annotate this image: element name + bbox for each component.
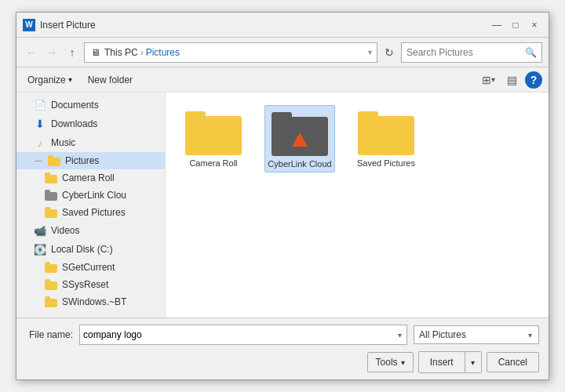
sidebar-item-documents[interactable]: 📄 Documents xyxy=(16,96,165,114)
sidebar-item-label-sgetcurrent: SGetCurrent xyxy=(62,262,115,273)
insert-dropdown-button[interactable]: ▾ xyxy=(465,352,481,372)
saved-pictures-sub-icon xyxy=(45,207,57,218)
sidebar-item-label-local-disk: Local Disk (C:) xyxy=(51,244,113,255)
sidebar-item-swindows-bt[interactable]: SWindows.~BT xyxy=(16,293,165,310)
organize-button[interactable]: Organize ▾ xyxy=(23,72,77,88)
new-folder-button[interactable]: New folder xyxy=(83,72,137,88)
file-name-label: File name: xyxy=(26,329,73,340)
sidebar-item-sgetcurrent[interactable]: SGetCurrent xyxy=(16,259,165,276)
view-options-button[interactable]: ⊞ ▾ xyxy=(478,71,498,89)
insert-arrow-icon: ▾ xyxy=(471,358,475,367)
sidebar-item-saved-pictures[interactable]: Saved Pictures xyxy=(16,204,165,221)
back-button[interactable]: ← xyxy=(23,44,40,61)
folder-label-camera-roll: Camera Roll xyxy=(189,158,237,168)
camera-roll-icon xyxy=(45,172,57,183)
forward-button[interactable]: → xyxy=(43,44,60,61)
tools-label: Tools xyxy=(376,357,398,368)
toolbar: Organize ▾ New folder ⊞ ▾ ▤ ? xyxy=(16,67,549,93)
videos-icon: 📹 xyxy=(34,224,46,237)
expand-icon-pictures: — xyxy=(34,156,43,165)
camera-roll-folder-icon xyxy=(185,108,242,155)
local-disk-icon: 💽 xyxy=(34,243,46,256)
filetype-dropdown-icon: ▾ xyxy=(527,331,534,339)
sidebar-item-downloads[interactable]: ⬇ Downloads xyxy=(16,114,165,133)
path-this-pc: This PC xyxy=(104,47,138,58)
file-name-input-wrapper[interactable]: ▾ xyxy=(79,325,407,345)
sidebar-item-label-cyberlink: CyberLink Clou xyxy=(62,190,126,201)
sidebar-item-pictures[interactable]: — Pictures xyxy=(16,152,165,169)
cyberlink-folder-icon xyxy=(272,109,328,156)
sidebar-item-label-ssysreset: SSysReset xyxy=(62,279,108,290)
sidebar-item-ssysreset[interactable]: SSysReset xyxy=(16,276,165,293)
organize-dropdown-icon: ▾ xyxy=(68,75,72,84)
folder-item-cyberlink-cloud[interactable]: CyberLink Cloud xyxy=(264,105,335,172)
file-type-select[interactable]: All Pictures ▾ xyxy=(414,325,539,344)
cancel-button[interactable]: Cancel xyxy=(487,352,539,372)
pane-icon: ▤ xyxy=(507,74,517,86)
insert-picture-dialog: W Insert Picture — □ × ← → ↑ 🖥 This PC ›… xyxy=(16,12,549,380)
folder-label-cyberlink-cloud: CyberLink Cloud xyxy=(268,159,331,169)
sidebar-item-local-disk[interactable]: 💽 Local Disk (C:) xyxy=(16,240,165,259)
address-box[interactable]: 🖥 This PC › Pictures ▾ xyxy=(84,42,377,63)
search-box[interactable]: 🔍 xyxy=(401,42,542,63)
search-icon: 🔍 xyxy=(525,47,537,58)
filename-dropdown-icon: ▾ xyxy=(396,331,403,339)
view-dropdown-icon: ▾ xyxy=(491,75,495,84)
tools-button[interactable]: Tools ▾ xyxy=(367,352,414,372)
folder-body xyxy=(185,116,242,155)
folder-item-saved-pictures[interactable]: Saved Pictures xyxy=(351,105,421,172)
toolbar-right: ⊞ ▾ ▤ ? xyxy=(478,71,542,89)
organize-label: Organize xyxy=(27,74,66,85)
sidebar-item-camera-roll[interactable]: Camera Roll xyxy=(16,169,165,187)
sidebar-item-cyberlink-cloud[interactable]: CyberLink Clou xyxy=(16,187,165,204)
content-area: 📄 Documents ⬇ Downloads ♪ Music — Pic xyxy=(16,93,549,318)
file-name-field[interactable] xyxy=(83,329,396,340)
bottom-bar: File name: ▾ All Pictures ▾ Tools ▾ Inse… xyxy=(16,318,549,379)
pictures-folder-icon xyxy=(48,155,60,166)
cyberlink-sub-icon xyxy=(45,190,57,201)
path-pictures: Pictures xyxy=(146,47,180,58)
pane-toggle-button[interactable]: ▤ xyxy=(501,71,522,89)
view-icon: ⊞ xyxy=(482,74,491,86)
file-name-row: File name: ▾ All Pictures ▾ xyxy=(26,325,539,345)
address-dropdown-icon: ▾ xyxy=(368,48,372,56)
close-button[interactable]: × xyxy=(527,17,542,33)
sidebar-item-music[interactable]: ♪ Music xyxy=(16,133,165,152)
sidebar-item-label-music: Music xyxy=(51,137,75,148)
maximize-button[interactable]: □ xyxy=(508,17,523,33)
music-icon: ♪ xyxy=(34,136,46,149)
sidebar-item-label-saved-pictures: Saved Pictures xyxy=(62,207,126,218)
window-controls: — □ × xyxy=(489,17,542,33)
sidebar-item-videos[interactable]: 📹 Videos xyxy=(16,221,165,240)
sidebar-item-label-swindows-bt: SWindows.~BT xyxy=(62,296,126,307)
downloads-icon: ⬇ xyxy=(34,118,46,130)
address-bar: ← → ↑ 🖥 This PC › Pictures ▾ ↻ 🔍 xyxy=(16,38,549,67)
insert-button[interactable]: Insert xyxy=(419,352,465,372)
app-icon: W xyxy=(23,19,35,31)
sidebar: 📄 Documents ⬇ Downloads ♪ Music — Pic xyxy=(16,93,166,318)
new-folder-label: New folder xyxy=(88,74,133,85)
file-type-label: All Pictures xyxy=(419,329,466,340)
search-input[interactable] xyxy=(406,47,525,58)
sidebar-item-label-pictures: Pictures xyxy=(65,155,99,166)
minimize-button[interactable]: — xyxy=(489,17,505,33)
main-content: Camera Roll CyberLink Cloud xyxy=(166,93,549,318)
refresh-button[interactable]: ↻ xyxy=(381,44,398,61)
sgetcurrent-icon xyxy=(45,262,57,273)
folders-grid: Camera Roll CyberLink Cloud xyxy=(178,105,536,172)
sidebar-item-label-downloads: Downloads xyxy=(51,118,97,129)
path-separator-1: › xyxy=(140,47,144,58)
sidebar-item-label-camera-roll: Camera Roll xyxy=(62,172,115,183)
title-bar: W Insert Picture — □ × xyxy=(16,13,549,38)
ssysreset-icon xyxy=(45,279,57,290)
insert-button-group: Insert ▾ xyxy=(418,351,482,373)
up-button[interactable]: ↑ xyxy=(64,44,81,61)
tools-dropdown-icon: ▾ xyxy=(401,358,405,367)
help-button[interactable]: ? xyxy=(525,71,542,89)
actions-row: Tools ▾ Insert ▾ Cancel xyxy=(26,351,539,373)
saved-pictures-folder-icon xyxy=(358,108,414,155)
sidebar-item-label-documents: Documents xyxy=(51,100,99,111)
swindows-icon xyxy=(45,296,57,307)
folder-item-camera-roll[interactable]: Camera Roll xyxy=(178,105,249,172)
sidebar-item-label-videos: Videos xyxy=(51,225,79,236)
